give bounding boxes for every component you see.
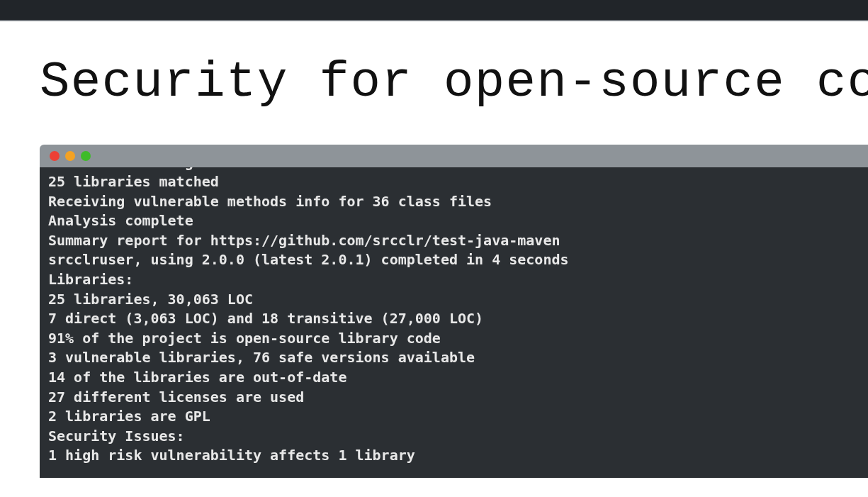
terminal-line: Summary report for https://github.com/sr… xyxy=(48,231,859,251)
page-title: Security for open-source code. xyxy=(40,57,868,109)
terminal-line: 25 libraries, 30,063 LOC xyxy=(48,290,859,310)
terminal-line: 7 direct (3,063 LOC) and 18 transitive (… xyxy=(48,309,859,329)
maximize-icon[interactable] xyxy=(81,151,91,161)
terminal-line: 1 high risk vulnerability affects 1 libr… xyxy=(48,446,859,466)
terminal-line: Libraries: xyxy=(48,270,859,290)
terminal-body: Finished matching evidence in 1s 25 libr… xyxy=(40,167,868,478)
slide-content: Security for open-source code. Finished … xyxy=(0,21,868,478)
terminal-line: 27 different licenses are used xyxy=(48,388,859,408)
close-icon[interactable] xyxy=(50,151,60,161)
terminal-titlebar xyxy=(40,145,868,167)
terminal-line: srcclruser, using 2.0.0 (latest 2.0.1) c… xyxy=(48,250,859,270)
top-bar xyxy=(0,0,868,21)
terminal-line: Security Issues: xyxy=(48,427,859,447)
terminal-line: 25 libraries matched xyxy=(48,172,859,192)
terminal-line: Analysis complete xyxy=(48,211,859,231)
minimize-icon[interactable] xyxy=(65,151,75,161)
terminal-window: Finished matching evidence in 1s 25 libr… xyxy=(40,145,868,478)
terminal-line: 3 vulnerable libraries, 76 safe versions… xyxy=(48,348,859,368)
terminal-line: 91% of the project is open-source librar… xyxy=(48,329,859,349)
terminal-line: Receiving vulnerable methods info for 36… xyxy=(48,192,859,212)
terminal-line: Finished matching evidence in 1s xyxy=(48,167,859,173)
terminal-line: 2 libraries are GPL xyxy=(48,407,859,427)
terminal-line: 14 of the libraries are out-of-date xyxy=(48,368,859,388)
